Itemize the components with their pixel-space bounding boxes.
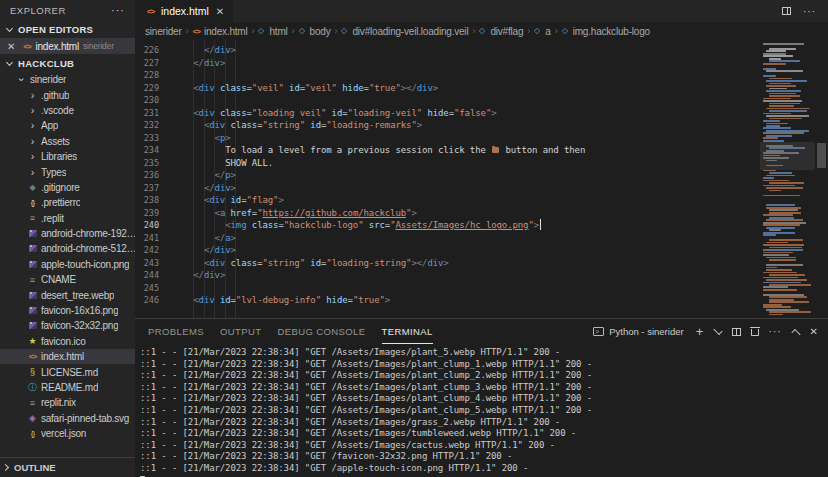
tree-item-replit-nix[interactable]: replit.nix <box>0 395 135 410</box>
close-panel-icon[interactable] <box>810 325 818 339</box>
code-line-241[interactable]: 241 </a> <box>141 232 760 245</box>
maximize-panel-icon[interactable] <box>791 328 800 337</box>
code-line-239[interactable]: 239 <a href="https://github.com/hackclub… <box>141 207 760 220</box>
breadcrumb-item-img-hackclub-logo[interactable]: img.hackclub-logo <box>562 26 650 37</box>
breadcrumb-item-index-html[interactable]: <>index.html <box>193 26 248 37</box>
open-editors-section-header[interactable]: OPEN EDITORS <box>0 20 135 38</box>
code-line-content: </div> <box>172 57 225 70</box>
tree-item--github[interactable]: .github <box>0 87 135 102</box>
tree-item-android-chrome-192-[interactable]: android-chrome-192… <box>0 226 135 241</box>
new-terminal-icon[interactable] <box>696 325 704 339</box>
panel-tab-debug-console[interactable]: DEBUG CONSOLE <box>277 319 365 344</box>
project-section-header[interactable]: HACKCLUB <box>0 54 135 72</box>
tree-item-desert-tree-webp[interactable]: desert_tree.webp <box>0 287 135 302</box>
tree-item--prettierrc[interactable]: .prettierrc <box>0 195 135 210</box>
tree-item-app[interactable]: App <box>0 118 135 133</box>
editor-scrollbar[interactable] <box>815 40 828 318</box>
tree-item--vscode[interactable]: .vscode <box>0 103 135 118</box>
minimap-line <box>766 264 803 266</box>
scrollbar-thumb[interactable] <box>817 143 826 168</box>
panel-tab-problems[interactable]: PROBLEMS <box>148 319 204 344</box>
tree-item-types[interactable]: Types <box>0 164 135 179</box>
tree-item--gitignore[interactable]: .gitignore <box>0 180 135 195</box>
split-editor-icon[interactable] <box>782 7 791 15</box>
terminal-output[interactable]: ::1 - - [21/Mar/2023 22:38:34] "GET /Ass… <box>135 344 828 477</box>
minimap-line <box>766 130 809 132</box>
code-line-240[interactable]: 240 <img class="hackclub-logo" src="Asse… <box>141 219 760 232</box>
code-line-238[interactable]: 238 <div id="flag"> <box>141 194 760 207</box>
tree-item-vercel-json[interactable]: vercel.json <box>0 426 135 441</box>
code-line-242[interactable]: 242 </div> <box>141 244 760 257</box>
code-token: div <box>209 195 225 205</box>
code-line-235[interactable]: 235 SHOW ALL. <box>141 157 760 170</box>
code-line-content: </div> <box>172 182 236 195</box>
split-terminal-icon[interactable] <box>732 328 741 336</box>
tree-item-assets[interactable]: Assets <box>0 134 135 149</box>
tree-item-favicon-16x16-png[interactable]: favicon-16x16.png <box>0 303 135 318</box>
minimap-line <box>763 289 797 291</box>
minimap-line <box>763 252 793 254</box>
outline-section-header[interactable]: OUTLINE <box>0 457 135 477</box>
tree-item-libraries[interactable]: Libraries <box>0 149 135 164</box>
terminal-shell-selector[interactable]: Python - sinerider <box>593 326 683 337</box>
tree-item--replit[interactable]: .replit <box>0 211 135 226</box>
code-line-233[interactable]: 233 <p> <box>141 132 760 145</box>
panel-tab-terminal[interactable]: TERMINAL <box>382 319 433 344</box>
open-editor-item[interactable]: ✕ index.html sinerider <box>0 38 135 54</box>
tab-index-html[interactable]: index.html ✕ <box>135 0 233 22</box>
breadcrumb-item-a[interactable]: a <box>534 26 550 37</box>
minimap-line <box>763 180 789 182</box>
minimap-line <box>766 267 777 269</box>
breadcrumb-item-body[interactable]: body <box>299 26 331 37</box>
tree-item-sinerider[interactable]: sinerider <box>0 72 135 87</box>
tree-item-cname[interactable]: CNAME <box>0 272 135 287</box>
minimap-line <box>766 257 796 259</box>
code-line-245[interactable]: 245 <box>141 282 760 295</box>
code-line-244[interactable]: 244 </div> <box>141 269 760 282</box>
breadcrumb-item-div-loading-veil-loading-veil[interactable]: div#loading-veil.loading.veil <box>341 26 468 37</box>
tree-item-readme-md[interactable]: README.md <box>0 380 135 395</box>
more-actions-icon[interactable] <box>803 6 816 17</box>
code-line-230[interactable]: 230 <box>141 94 760 107</box>
code-editor[interactable]: 226 </div>227 </div>228229 <div class="v… <box>135 40 828 318</box>
tree-item-license-md[interactable]: LICENSE.md <box>0 364 135 379</box>
code-content[interactable]: 226 </div>227 </div>228229 <div class="v… <box>135 40 760 318</box>
kill-terminal-icon[interactable] <box>751 329 759 336</box>
tree-item-favicon-ico[interactable]: favicon.ico <box>0 334 135 349</box>
code-line-237[interactable]: 237 </div> <box>141 182 760 195</box>
breadcrumb-item-html[interactable]: html <box>258 26 287 37</box>
minimap-line <box>763 214 793 216</box>
code-line-246[interactable]: 246 <div id="lvl-debug-info" hide="true"… <box>141 294 760 307</box>
tree-item-safari-pinned-tab-svg[interactable]: safari-pinned-tab.svg <box>0 411 135 426</box>
panel-tab-output[interactable]: OUTPUT <box>220 319 261 344</box>
code-line-234[interactable]: 234 To load a level from a previous sess… <box>141 144 760 157</box>
minimap-line <box>760 262 815 264</box>
tree-item-label: safari-pinned-tab.svg <box>41 413 129 424</box>
breadcrumb-item-div-flag[interactable]: div#flag <box>479 26 523 37</box>
code-token: </ <box>172 233 225 243</box>
explorer-more-actions-icon[interactable]: ··· <box>111 4 125 16</box>
minimap-slider[interactable] <box>760 142 815 170</box>
code-line-236[interactable]: 236 </p> <box>141 169 760 182</box>
tree-item-android-chrome-512-[interactable]: android-chrome-512… <box>0 241 135 256</box>
tree-item-apple-touch-icon-png[interactable]: apple-touch-icon.png <box>0 257 135 272</box>
code-line-243[interactable]: 243 <div class="string" id="loading-stri… <box>141 257 760 270</box>
tab-close-icon[interactable]: ✕ <box>216 6 224 17</box>
breadcrumb-item-sinerider[interactable]: sinerider <box>145 26 182 37</box>
code-line-231[interactable]: 231 <div class="loading veil" id="loadin… <box>141 107 760 120</box>
code-line-content: <div class="veil" id="veil" hide="true">… <box>172 82 438 95</box>
image-icon <box>26 227 39 240</box>
tree-item-index-html[interactable]: index.html <box>0 349 135 364</box>
code-line-229[interactable]: 229 <div class="veil" id="veil" hide="tr… <box>141 82 760 95</box>
html-file-icon: <> <box>193 27 200 36</box>
minimap[interactable] <box>760 40 815 318</box>
code-line-232[interactable]: 232 <div class="string" id="loading-rema… <box>141 119 760 132</box>
tree-item-favicon-32x32-png[interactable]: favicon-32x32.png <box>0 318 135 333</box>
terminal-dropdown-icon[interactable] <box>713 325 722 334</box>
more-actions-icon[interactable] <box>769 325 782 339</box>
code-line-228[interactable]: 228 <box>141 69 760 82</box>
code-line-227[interactable]: 227 </div> <box>141 57 760 70</box>
code-line-226[interactable]: 226 </div> <box>141 44 760 57</box>
minimap-line <box>769 182 804 184</box>
close-icon[interactable]: ✕ <box>7 41 15 52</box>
